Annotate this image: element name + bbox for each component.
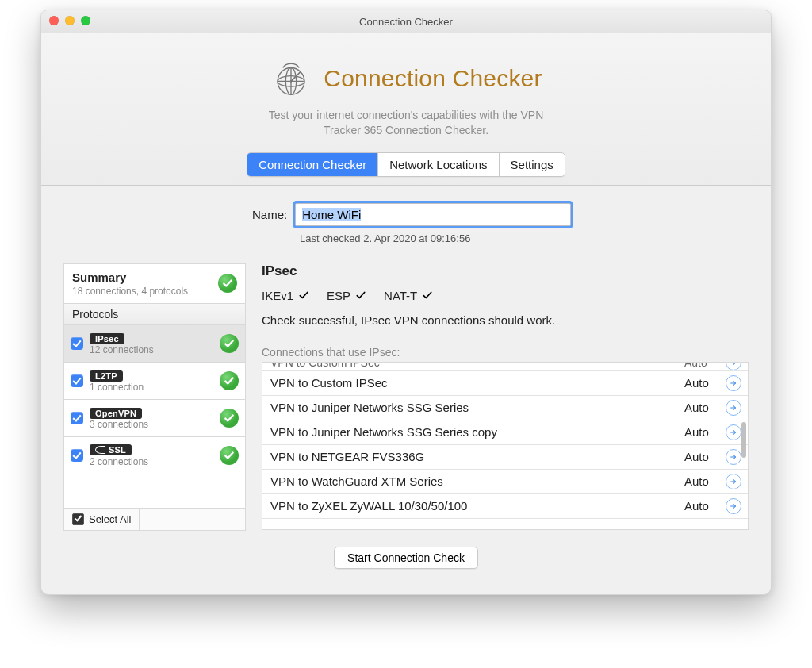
connection-mode: Auto [684, 474, 724, 488]
minimize-window-icon[interactable] [65, 16, 75, 25]
connection-row[interactable]: VPN to NETGEAR FVS336GAuto [262, 445, 748, 470]
connection-name: VPN to ZyXEL ZyWALL 10/30/50/100 [270, 499, 684, 513]
protocol-name: SSL [109, 445, 126, 455]
protocol-sub: 12 connections [90, 344, 213, 355]
protocol-item-openvpn[interactable]: OpenVPN3 connections [64, 400, 245, 437]
content: Name: Last checked 2. Apr 2020 at 09:16:… [41, 186, 771, 594]
protocol-name: L2TP [95, 371, 117, 381]
status-ok-icon [220, 446, 239, 465]
connection-row[interactable]: VPN to WatchGuard XTM SeriesAuto [262, 470, 748, 494]
checkbox-icon[interactable] [71, 337, 83, 350]
tabbar: Connection CheckerNetwork LocationsSetti… [247, 152, 565, 177]
connection-name: VPN to Juniper Networks SSG Series [270, 401, 684, 414]
protocol-item-l2tp[interactable]: L2TP1 connection [64, 363, 245, 400]
status-ok-icon [220, 371, 239, 390]
arrow-right-icon[interactable] [726, 424, 741, 440]
start-check-button[interactable]: Start Connection Check [334, 547, 478, 569]
flag-esp: ESP [327, 289, 366, 302]
arrow-right-icon[interactable] [726, 375, 741, 391]
zoom-window-icon[interactable] [81, 16, 90, 25]
connection-name: VPN to Custom IPSec [270, 376, 684, 390]
protocol-name: IPsec [95, 334, 119, 344]
status-ok-icon [218, 274, 237, 293]
connection-name: VPN to NETGEAR FVS336G [270, 450, 684, 463]
check-icon [422, 290, 433, 301]
protocol-item-ipsec[interactable]: IPsec12 connections [64, 325, 245, 363]
connection-mode: Auto [684, 499, 724, 513]
window-title: Connection Checker [359, 16, 453, 28]
header: Connection Checker Test your internet co… [41, 33, 771, 186]
sidebar: Summary 18 connections, 4 protocols Prot… [63, 263, 246, 531]
protocol-sub: 1 connection [90, 382, 213, 393]
protocol-list: IPsec12 connectionsL2TP1 connectionOpenV… [64, 325, 245, 508]
tab-settings[interactable]: Settings [500, 153, 565, 176]
titlebar: Connection Checker [41, 10, 771, 33]
tab-network-locations[interactable]: Network Locations [378, 153, 499, 176]
name-input[interactable] [295, 203, 571, 226]
status-line: Check successful, IPsec VPN connections … [262, 313, 749, 327]
flag-nat-t: NAT-T [384, 289, 433, 302]
check-icon [72, 513, 84, 525]
name-label: Name: [252, 208, 287, 221]
connection-mode: Auto [684, 362, 724, 369]
check-icon [355, 290, 366, 301]
connection-mode: Auto [684, 401, 724, 414]
globe-compass-icon [270, 57, 312, 100]
arrow-right-icon[interactable] [726, 474, 741, 489]
checkbox-icon[interactable] [71, 412, 83, 424]
connection-row[interactable]: VPN to Custom IPSecAuto [262, 371, 748, 396]
last-checked: Last checked 2. Apr 2020 at 09:16:56 [300, 232, 749, 244]
connections-header: Connections that use IPsec: [262, 346, 749, 359]
tab-connection-checker[interactable]: Connection Checker [247, 153, 378, 176]
connection-row[interactable]: VPN to Juniper Networks SSG SeriesAuto [262, 396, 748, 420]
connection-mode: Auto [684, 450, 724, 463]
detail-heading: IPsec [262, 263, 749, 279]
capability-flags: IKEv1ESPNAT-T [262, 289, 749, 302]
summary-title: Summary [72, 271, 126, 284]
traffic-lights [49, 16, 90, 25]
detail-pane: IPsec IKEv1ESPNAT-T Check successful, IP… [262, 263, 749, 530]
scrollbar-thumb[interactable] [741, 422, 746, 458]
connection-row[interactable]: VPN to Juniper Networks SSG Series copyA… [262, 420, 748, 445]
status-ok-icon [220, 409, 239, 428]
sidebar-summary[interactable]: Summary 18 connections, 4 protocols [64, 264, 245, 304]
connection-mode: Auto [684, 376, 724, 390]
hero-subhead: Test your internet connection's capabili… [57, 108, 755, 138]
connection-row[interactable]: VPN to Custom IPSecAuto [262, 362, 748, 371]
ssl-icon [95, 446, 105, 454]
window: Connection Checker Connecti [40, 10, 772, 595]
summary-sub: 18 connections, 4 protocols [72, 286, 188, 297]
select-all-label: Select All [89, 513, 131, 525]
flag-ikev1: IKEv1 [262, 289, 309, 302]
protocol-sub: 2 connections [90, 456, 213, 467]
select-all[interactable]: Select All [64, 509, 140, 530]
arrow-right-icon[interactable] [726, 400, 741, 416]
hero-title: Connection Checker [324, 65, 542, 92]
protocol-sub: 3 connections [90, 419, 213, 430]
connections-table[interactable]: VPN to Custom IPSecAutoVPN to Custom IPS… [262, 362, 749, 530]
arrow-right-icon[interactable] [726, 498, 741, 514]
connection-name: VPN to Custom IPSec [270, 362, 684, 369]
protocol-name: OpenVPN [95, 409, 136, 418]
connection-row[interactable]: VPN to ZyXEL ZyWALL 10/30/50/100Auto [262, 494, 748, 519]
arrow-right-icon[interactable] [726, 362, 741, 370]
close-window-icon[interactable] [49, 16, 59, 25]
protocols-header: Protocols [64, 304, 245, 325]
connection-name: VPN to WatchGuard XTM Series [270, 474, 684, 488]
connection-name: VPN to Juniper Networks SSG Series copy [270, 425, 684, 439]
checkbox-icon[interactable] [71, 449, 83, 462]
connection-mode: Auto [684, 425, 724, 439]
status-ok-icon [220, 334, 239, 353]
check-icon [298, 290, 309, 301]
arrow-right-icon[interactable] [726, 449, 741, 465]
checkbox-icon[interactable] [71, 374, 83, 387]
protocol-item-ssl[interactable]: SSL2 connections [64, 437, 245, 474]
